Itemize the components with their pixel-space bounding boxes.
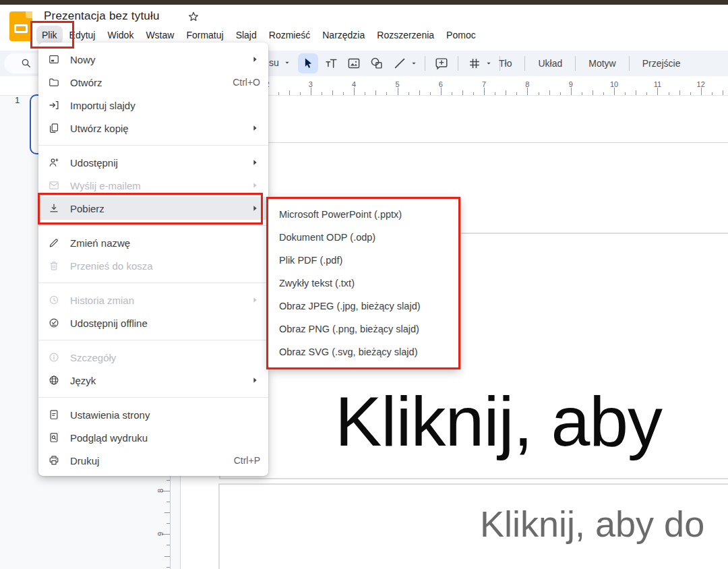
menubar-item-wstaw[interactable]: Wstaw bbox=[140, 26, 179, 44]
ruler-tick bbox=[419, 90, 420, 95]
toolbar-separator bbox=[524, 56, 525, 71]
title-placeholder-text[interactable]: Kliknij, aby bbox=[335, 382, 662, 462]
star-icon[interactable] bbox=[187, 10, 200, 24]
menubar-item-widok[interactable]: Widok bbox=[102, 26, 139, 44]
menubar-item-rozszerzenia[interactable]: Rozszerzenia bbox=[371, 26, 439, 44]
border-grid-button[interactable] bbox=[464, 53, 485, 73]
file-menu-item-utworz-kopie[interactable]: Utwórz kopię bbox=[38, 117, 268, 140]
ruler-tick bbox=[603, 92, 604, 95]
ruler-tick bbox=[625, 92, 626, 95]
details-info-icon bbox=[48, 351, 60, 363]
file-menu-item-podglad-wydruku[interactable]: Podgląd wydruku bbox=[38, 426, 268, 449]
submenu-arrow-icon bbox=[249, 54, 260, 65]
toolbar-button-tlo[interactable]: Tło bbox=[491, 54, 520, 73]
insert-line-button[interactable] bbox=[390, 53, 410, 73]
ruler-tick bbox=[332, 90, 333, 95]
ruler-number: 8 bbox=[156, 489, 164, 493]
menu-item-label: Utwórz kopię bbox=[70, 123, 249, 134]
file-menu-item-drukuj[interactable]: DrukujCtrl+P bbox=[38, 449, 268, 472]
submenu-arrow-icon bbox=[249, 295, 260, 305]
submenu-arrow-icon bbox=[249, 375, 260, 386]
ruler-number: 6 bbox=[439, 80, 443, 88]
import-slides-icon bbox=[48, 99, 60, 111]
menu-item-label: Język bbox=[70, 375, 249, 386]
ruler-tick bbox=[473, 92, 474, 95]
menubar-item-narzedzia[interactable]: Narzędzia bbox=[317, 26, 370, 44]
file-menu-item-zmien-nazwe[interactable]: Zmień nazwę bbox=[38, 231, 268, 254]
menubar-item-pomoc[interactable]: Pomoc bbox=[441, 26, 481, 44]
text-box-button[interactable] bbox=[321, 53, 341, 73]
toolbar-button-uklad[interactable]: Układ bbox=[530, 54, 570, 73]
download-option-obraz-jpeg-jpg-biezacy-slajd[interactable]: Obraz JPEG (.jpg, bieżący slajd) bbox=[268, 295, 460, 318]
rename-pencil-icon bbox=[48, 237, 60, 249]
page-setup-icon bbox=[48, 409, 60, 421]
file-menu-item-pobierz[interactable]: Pobierz bbox=[38, 197, 268, 220]
download-option-obraz-png-png-biezacy-slajd[interactable]: Obraz PNG (.png, bieżący slajd) bbox=[268, 318, 460, 340]
download-option-microsoft-powerpoint-pptx[interactable]: Microsoft PowerPoint (.pptx) bbox=[268, 203, 460, 226]
menubar-item-rozmiesc[interactable]: Rozmieść bbox=[264, 26, 315, 44]
insert-image-icon bbox=[346, 56, 361, 71]
zoom-select[interactable]: su bbox=[269, 57, 292, 68]
menubar-item-plik[interactable]: Plik bbox=[36, 26, 63, 44]
ruler-tick bbox=[166, 523, 170, 524]
ruler-tick bbox=[712, 92, 712, 95]
ruler-tick bbox=[354, 88, 355, 95]
document-title[interactable]: Prezentacja bez tytułu bbox=[44, 9, 160, 23]
file-menu-item-otworz[interactable]: OtwórzCtrl+O bbox=[38, 71, 268, 94]
toolbar-button-motyw[interactable]: Motyw bbox=[580, 54, 624, 73]
menubar-item-slajd[interactable]: Slajd bbox=[231, 26, 262, 44]
download-icon bbox=[48, 202, 60, 214]
version-history-icon bbox=[48, 294, 60, 306]
file-menu-item-importuj-slajdy[interactable]: Importuj slajdy bbox=[38, 94, 268, 117]
menubar-item-formatuj[interactable]: Formatuj bbox=[181, 26, 229, 44]
ruler-number: 10 bbox=[610, 80, 618, 88]
menu-divider bbox=[38, 145, 268, 146]
submenu-arrow-icon bbox=[249, 203, 260, 214]
download-option-obraz-svg-svg-biezacy-slajd[interactable]: Obraz SVG (.svg, bieżący slajd) bbox=[268, 340, 460, 363]
ruler-number: 7 bbox=[482, 80, 486, 88]
ruler-tick bbox=[300, 92, 301, 95]
subtitle-placeholder-text[interactable]: Kliknij, aby do bbox=[480, 503, 704, 545]
language-globe-icon bbox=[48, 374, 60, 386]
menubar-item-edytuj[interactable]: Edytuj bbox=[64, 26, 101, 44]
details-info-icon bbox=[48, 351, 60, 363]
ruler-tick bbox=[549, 90, 550, 95]
select-cursor-button[interactable] bbox=[298, 53, 318, 73]
ruler-tick bbox=[462, 90, 463, 95]
insert-shape-button[interactable] bbox=[367, 53, 387, 73]
toolbar-button-przejscie[interactable]: Przejście bbox=[634, 54, 689, 73]
submenu-arrow-icon bbox=[249, 180, 260, 191]
slide-number: 1 bbox=[15, 95, 20, 105]
download-option-dokument-odp-odp[interactable]: Dokument ODP (.odp) bbox=[268, 226, 460, 249]
file-menu-item-jezyk[interactable]: Język bbox=[38, 369, 268, 392]
file-menu-item-ustawienia-strony[interactable]: Ustawienia strony bbox=[38, 403, 268, 426]
menu-item-label: Przenieś do kosza bbox=[70, 260, 260, 272]
ruler-tick bbox=[398, 88, 398, 95]
ruler-tick bbox=[527, 88, 528, 95]
share-person-icon bbox=[48, 156, 60, 169]
insert-comment-button[interactable] bbox=[431, 53, 452, 73]
ruler-tick bbox=[495, 92, 495, 95]
ruler-tick bbox=[560, 92, 561, 95]
insert-image-button[interactable] bbox=[344, 53, 364, 73]
ruler-tick bbox=[311, 88, 311, 95]
ruler-tick bbox=[539, 92, 539, 95]
make-copy-icon bbox=[48, 122, 60, 134]
ruler-tick bbox=[441, 88, 442, 95]
menu-item-label: Wyślij e-mailem bbox=[70, 180, 249, 191]
submenu-arrow-icon bbox=[249, 180, 260, 191]
file-menu-item-nowy[interactable]: Nowy bbox=[38, 48, 268, 71]
ruler-tick bbox=[322, 92, 322, 95]
download-option-zwykly-tekst-txt[interactable]: Zwykły tekst (.txt) bbox=[268, 272, 460, 295]
slides-logo[interactable] bbox=[9, 11, 32, 41]
insert-line-icon bbox=[392, 56, 407, 71]
file-menu-item-udostepnij[interactable]: Udostępnij bbox=[38, 151, 268, 174]
tool-strip bbox=[297, 53, 505, 73]
google-slides-window: Prezentacja bez tytułu PlikEdytujWidokWs… bbox=[0, 0, 728, 569]
logo-slide-shape bbox=[14, 24, 28, 33]
menu-item-label: Drukuj bbox=[70, 455, 234, 467]
file-menu-item-przenies-do-kosza: Przenieś do kosza bbox=[38, 254, 268, 277]
file-menu-item-udostepnij-offline[interactable]: Udostępnij offline bbox=[38, 311, 268, 334]
print-preview-icon bbox=[48, 431, 60, 444]
download-option-plik-pdf-pdf[interactable]: Plik PDF (.pdf) bbox=[268, 249, 460, 272]
